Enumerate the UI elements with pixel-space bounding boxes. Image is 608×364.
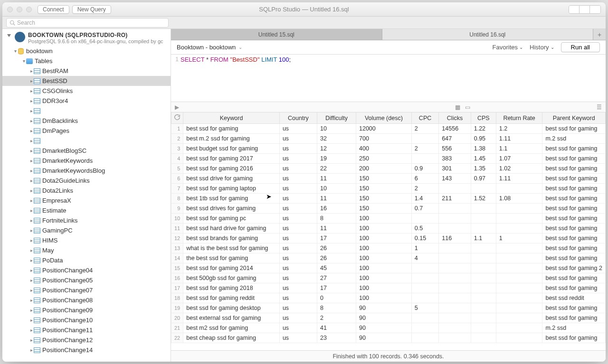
table-row[interactable]: 12best ssd brands for gamingus171000.151… [171,233,606,243]
tree-table-item[interactable]: DmBacklinks [2,116,171,126]
tree-table-item[interactable]: HIMS [2,235,171,245]
cell-keyword[interactable]: best ssd brands for gaming [183,233,280,243]
connect-button[interactable]: Connect [38,5,69,14]
cell-keyword[interactable]: best m.2 ssd for gaming [183,134,280,144]
cell-cpc[interactable]: 1.4 [411,194,439,204]
cell-cps[interactable] [471,323,496,333]
cell-volume[interactable]: 200 [356,164,411,174]
tree-table-item[interactable]: Estimate [2,205,171,215]
cell-difficulty[interactable]: 8 [317,214,356,224]
cell-return-rate[interactable] [496,283,542,293]
cell-cpc[interactable]: 6 [411,174,439,184]
cell-volume[interactable]: 90 [356,313,411,323]
cell-return-rate[interactable] [496,323,542,333]
cell-country[interactable]: us [279,313,317,323]
table-row[interactable]: 9best ssd drives for gamingus161500.7bes… [171,204,606,214]
cell-country[interactable]: us [279,204,317,214]
cell-parent-keyword[interactable]: best ssd for gaming [542,243,606,253]
cell-cps[interactable] [471,283,496,293]
cell-volume[interactable]: 150 [356,174,411,184]
cell-difficulty[interactable]: 11 [317,224,356,233]
chevron-right-icon[interactable] [29,278,34,283]
tree-tables-folder[interactable]: Tables [2,56,171,66]
cell-parent-keyword[interactable]: best ssd for gaming [542,273,606,283]
cell-parent-keyword[interactable]: best ssd for gaming [542,214,606,224]
table-row[interactable]: 8best 1tb ssd for gamingus111501.42111.5… [171,194,606,204]
tree-table-item[interactable]: FortniteLinks [2,215,171,225]
cell-clicks[interactable]: 14556 [439,124,471,134]
cell-volume[interactable]: 150 [356,204,411,214]
cell-cps[interactable]: 1.1 [471,233,496,243]
cell-difficulty[interactable]: 11 [317,174,356,184]
cell-cps[interactable] [471,303,496,313]
chevron-right-icon[interactable] [29,88,34,93]
cell-volume[interactable]: 100 [356,273,411,283]
cell-difficulty[interactable]: 17 [317,283,356,293]
chevron-right-icon[interactable] [29,327,34,333]
chevron-right-icon[interactable] [29,248,34,253]
cell-difficulty[interactable]: 0 [317,293,356,303]
chevron-right-icon[interactable] [29,108,34,113]
cell-country[interactable]: us [279,124,317,134]
cell-volume[interactable]: 250 [356,154,411,164]
cell-difficulty[interactable]: 23 [317,333,356,343]
column-header[interactable]: Clicks [439,112,471,124]
cell-clicks[interactable] [439,303,471,313]
cell-difficulty[interactable]: 12 [317,144,356,154]
cell-volume[interactable]: 100 [356,243,411,253]
cell-volume[interactable]: 150 [356,184,411,194]
chevron-right-icon[interactable] [29,138,34,143]
cell-return-rate[interactable]: 1.11 [496,134,542,144]
table-row[interactable]: 6best ssd drive for gamingus1115061430.9… [171,174,606,184]
tab-untitled-16[interactable]: Untitled 16.sql [382,29,594,40]
cell-cpc[interactable] [411,283,439,293]
cell-parent-keyword[interactable]: best ssd for gaming [542,233,606,243]
cell-cps[interactable] [471,204,496,214]
cell-cpc[interactable]: 0.7 [411,204,439,214]
cell-cps[interactable] [471,263,496,273]
sidebar[interactable]: BOOKTOWN (SQLPROSTUDIO-RO) PostgreSQL 9.… [2,29,171,362]
tree-table-item[interactable]: May [2,245,171,255]
cell-country[interactable]: us [279,273,317,283]
tree-table-item[interactable]: DmarketBlogSC [2,146,171,156]
chevron-right-icon[interactable] [29,148,34,153]
cell-volume[interactable]: 90 [356,303,411,313]
cell-cpc[interactable] [411,134,439,144]
new-tab-button[interactable]: + [593,29,606,40]
table-row[interactable]: 15best ssd for gaming 2014us45100best ss… [171,263,606,273]
cell-country[interactable]: us [279,194,317,204]
cell-return-rate[interactable] [496,204,542,214]
cell-keyword[interactable]: best ssd hard drive for gaming [183,224,280,233]
cell-keyword[interactable]: best budget ssd for gaming [183,144,280,154]
cell-clicks[interactable] [439,243,471,253]
cell-country[interactable]: us [279,224,317,233]
chevron-right-icon[interactable] [29,78,34,84]
cell-country[interactable]: us [279,174,317,184]
chevron-right-icon[interactable] [29,188,34,193]
chevron-right-icon[interactable] [29,128,34,133]
new-query-button[interactable]: New Query [72,5,111,14]
cell-country[interactable]: us [279,323,317,333]
tree-table-item[interactable]: BestSSD [2,76,171,86]
cell-clicks[interactable] [439,323,471,333]
cell-volume[interactable]: 100 [356,214,411,224]
close-icon[interactable] [7,7,13,12]
cell-cps[interactable]: 1.38 [471,144,496,154]
cell-clicks[interactable] [439,224,471,233]
cell-parent-keyword[interactable]: best ssd for gaming [542,154,606,164]
form-view-icon[interactable]: ▭ [465,104,470,111]
tree-table-item[interactable]: CSGOlinks [2,86,171,96]
cell-parent-keyword[interactable]: best ssd for gaming [542,303,606,313]
cell-return-rate[interactable]: 1.1 [496,144,542,154]
cell-return-rate[interactable]: 1.2 [496,124,542,134]
cell-clicks[interactable] [439,204,471,214]
tree-table-item[interactable]: PositionChange12 [2,335,171,345]
cell-parent-keyword[interactable]: m.2 ssd [542,134,606,144]
table-row[interactable]: 4best ssd for gaming 2017us192503831.451… [171,154,606,164]
cell-difficulty[interactable]: 11 [317,194,356,204]
chevron-right-icon[interactable] [29,118,34,123]
column-header[interactable]: CPC [411,112,439,124]
cell-difficulty[interactable]: 10 [317,124,356,134]
cell-country[interactable]: us [279,134,317,144]
cell-clicks[interactable]: 301 [439,164,471,174]
